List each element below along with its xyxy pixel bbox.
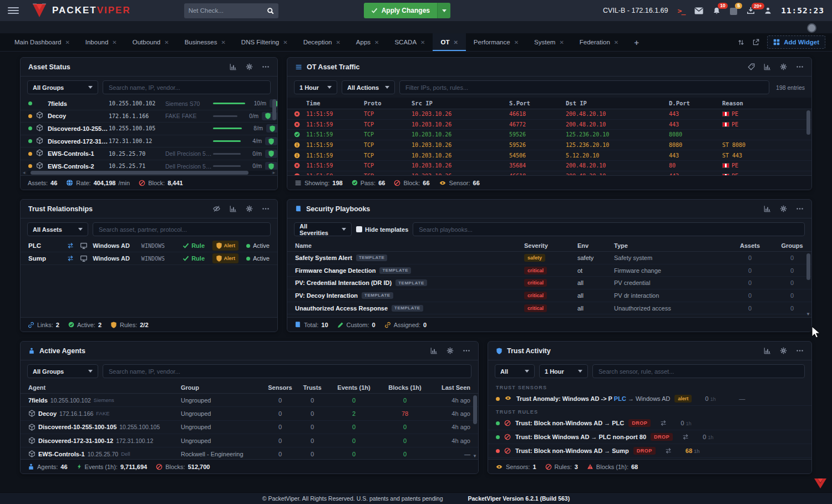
terminal-icon[interactable]: >_ — [678, 7, 686, 15]
shield-badge[interactable] — [266, 124, 277, 133]
activity-time-filter[interactable]: 1 Hour — [539, 364, 588, 378]
close-tab-icon[interactable]: ✕ — [336, 39, 340, 45]
activity-scope-filter[interactable]: All — [495, 364, 535, 378]
agent-row[interactable]: Discovered-172-31-100-12 172.31.100.12 U… — [21, 434, 478, 447]
more-options-icon[interactable] — [262, 205, 270, 212]
asset-row[interactable]: Discovered-10-255-100-...10.255.100.1058… — [21, 123, 277, 135]
gear-icon[interactable] — [246, 63, 253, 70]
tab-ot[interactable]: OT✕ — [433, 33, 465, 51]
tab-dns-filtering[interactable]: DNS Filtering✕ — [234, 33, 296, 51]
playbook-row[interactable]: Unauthorized Access Response TEMPLATEcri… — [287, 302, 811, 315]
close-tab-icon[interactable]: ✕ — [420, 39, 425, 45]
trust-rule-row[interactable]: Trust: Block non-Windows AD → SumpDROP68… — [488, 444, 811, 458]
chart-icon[interactable] — [764, 347, 771, 354]
hide-icon[interactable] — [212, 205, 221, 212]
net-check-search[interactable] — [184, 3, 278, 18]
tab-system[interactable]: System✕ — [526, 33, 572, 51]
chart-icon[interactable] — [230, 63, 237, 70]
close-tab-icon[interactable]: ✕ — [221, 39, 225, 45]
more-options-icon[interactable] — [796, 205, 804, 212]
close-tab-icon[interactable]: ✕ — [283, 39, 287, 45]
close-tab-icon[interactable]: ✕ — [453, 39, 458, 45]
asset-row[interactable]: 7fields10.255.100.102Siemens S7010/mT:03… — [21, 98, 277, 110]
traffic-filter-input[interactable] — [399, 80, 769, 94]
traffic-action-filter[interactable]: All Actions — [342, 80, 395, 94]
more-options-icon[interactable] — [796, 347, 804, 354]
scroll-down-icon[interactable]: ▼ — [806, 312, 810, 317]
traffic-row[interactable]: 11:51:59TCP10.203.10.26545065.12.20.1044… — [287, 150, 811, 161]
trust-relationship-row[interactable]: SumpWindows ADWINDOWS RuleAlertActive — [21, 252, 277, 265]
net-check-input[interactable] — [189, 7, 267, 14]
traffic-row[interactable]: 11:51:59TCP10.203.10.2659526125.236.20.1… — [287, 130, 811, 140]
close-tab-icon[interactable]: ✕ — [559, 39, 564, 45]
gear-icon[interactable] — [780, 63, 787, 70]
chart-icon[interactable] — [764, 205, 771, 212]
shield-badge[interactable] — [265, 162, 277, 170]
tab-performance[interactable]: Performance✕ — [466, 33, 526, 51]
close-tab-icon[interactable]: ✕ — [374, 39, 379, 45]
agents-search-input[interactable] — [103, 364, 471, 378]
vertical-scrollbar[interactable] — [272, 99, 276, 120]
user-icon[interactable] — [764, 7, 772, 14]
agents-group-filter[interactable]: All Groups — [27, 364, 98, 378]
menu-icon[interactable] — [8, 7, 19, 14]
gear-icon[interactable] — [780, 347, 787, 354]
chart-icon[interactable] — [764, 63, 771, 70]
asset-row[interactable]: EWS-Controls-210.25.25.71Dell Precision … — [21, 160, 277, 170]
close-tab-icon[interactable]: ✕ — [112, 39, 116, 45]
apply-changes-split-button[interactable]: Apply Changes — [364, 3, 450, 18]
queue-icon[interactable]: 5 — [730, 7, 737, 15]
tab-businesses[interactable]: Businesses✕ — [177, 33, 234, 51]
hide-templates-checkbox[interactable]: Hide templates — [356, 226, 408, 233]
playbooks-search-input[interactable] — [413, 222, 805, 236]
shield-badge[interactable] — [265, 137, 277, 145]
playbook-row[interactable]: Safety System Alert TEMPLATEsafetysafety… — [287, 252, 811, 264]
agent-row[interactable]: Decoy 172.16.1.166 FAKEUngrouped002784h … — [21, 407, 478, 420]
alert-badge[interactable]: Alert — [212, 241, 239, 251]
traffic-time-filter[interactable]: 1 Hour — [294, 80, 337, 94]
traffic-row[interactable]: 11:51:59TCP10.203.10.2646618200.48.20.10… — [287, 109, 811, 120]
agent-row[interactable]: Discovered-10-255-100-105 10.255.100.105… — [21, 421, 478, 434]
agent-row[interactable]: 7fields 10.255.100.102 SiemensUngrouped0… — [21, 394, 478, 407]
trust-sensor-row[interactable]: Trust Anomaly: Windows AD -> P PLC → Win… — [488, 392, 811, 406]
alert-badge[interactable]: Alert — [212, 253, 239, 263]
trust-search-input[interactable] — [93, 222, 271, 236]
gear-icon[interactable] — [447, 347, 454, 354]
add-widget-button[interactable]: Add Widget — [767, 35, 825, 49]
trust-count-badge[interactable]: T:0 — [276, 112, 277, 120]
tab-inbound[interactable]: Inbound✕ — [78, 33, 125, 51]
tab-deception[interactable]: Deception✕ — [296, 33, 348, 51]
asset-search-input[interactable] — [103, 80, 271, 94]
traffic-row[interactable]: 11:51:59TCP10.203.10.2646618200.48.20.10… — [287, 171, 811, 175]
vertical-scrollbar[interactable] — [806, 110, 810, 135]
more-options-icon[interactable] — [796, 63, 804, 70]
chart-icon[interactable] — [230, 205, 237, 212]
more-options-icon[interactable] — [262, 63, 270, 70]
traffic-row[interactable]: 11:51:59TCP10.203.10.2646772200.48.20.10… — [287, 120, 811, 130]
asset-row[interactable]: Decoy172.16.1.166FAKE FAKE0/mT:00 — [21, 110, 277, 123]
plc-link[interactable]: PLC — [614, 395, 626, 402]
status-circle-icon[interactable] — [807, 23, 816, 33]
traffic-row[interactable]: 11:51:59TCP10.203.10.2659526125.236.20.1… — [287, 140, 811, 151]
agent-row[interactable]: EWS-Controls-1 10.25.25.70 DellRockwell … — [21, 447, 478, 459]
tab-main-dashboard[interactable]: Main Dashboard✕ — [7, 33, 78, 51]
playbook-row[interactable]: PV: Credential Interaction (DR ID) TEMPL… — [287, 277, 811, 289]
chart-icon[interactable] — [430, 347, 438, 354]
scroll-down-icon[interactable]: ▼ — [473, 454, 477, 459]
close-tab-icon[interactable]: ✕ — [164, 39, 169, 45]
tab-apps[interactable]: Apps✕ — [348, 33, 387, 51]
sort-tabs-icon[interactable] — [738, 39, 744, 46]
trust-rule-row[interactable]: Trust: Block Windows AD → PLC non-port 8… — [488, 430, 811, 444]
mail-icon[interactable] — [694, 7, 703, 14]
horizontal-scrollbar[interactable]: ◂▸ — [21, 170, 277, 175]
close-tab-icon[interactable]: ✕ — [514, 39, 519, 45]
activity-search-input[interactable] — [592, 364, 805, 378]
gear-icon[interactable] — [246, 205, 253, 212]
asset-row[interactable]: EWS-Controls-110.25.25.70Dell Precision … — [21, 147, 277, 160]
asset-group-filter[interactable]: All Groups — [27, 80, 98, 94]
playbook-row[interactable]: Firmware Change Detection TEMPLATEcritic… — [287, 264, 811, 277]
agents-status-icon[interactable]: 20+ — [747, 7, 755, 14]
close-tab-icon[interactable]: ✕ — [65, 39, 69, 45]
trust-asset-filter[interactable]: All Assets — [27, 222, 88, 236]
traffic-row[interactable]: 11:51:59TCP10.203.10.2635684200.48.20.10… — [287, 161, 811, 171]
